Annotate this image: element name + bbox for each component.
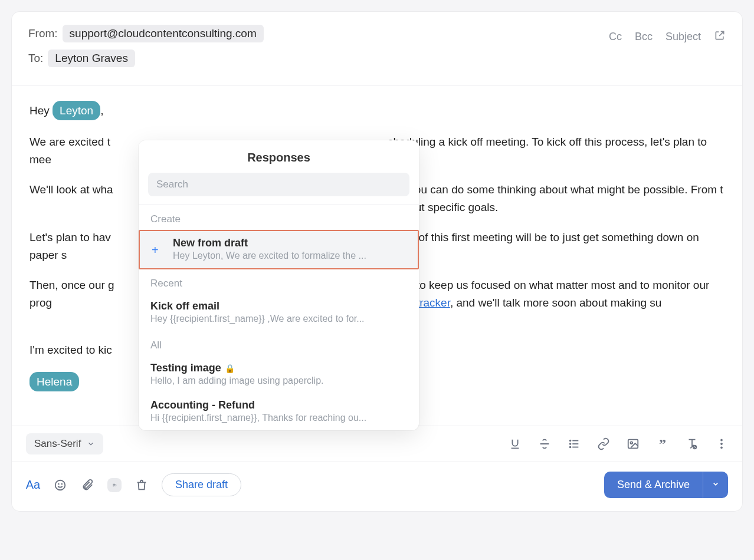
kickoff-title: Kick off email [150,300,407,312]
send-group: Send & Archive [604,472,728,498]
svg-point-12 [721,447,723,449]
share-draft-button[interactable]: Share draft [162,473,241,496]
emoji-icon[interactable] [53,478,67,492]
clear-format-icon[interactable] [686,437,699,450]
lock-icon: 🔒 [225,364,235,373]
image-icon[interactable] [627,437,640,450]
greeting-post: , [100,104,103,117]
chevron-down-icon [87,440,95,448]
popup-title: Responses [139,140,419,173]
p4a: Then, once our g [29,279,114,291]
signature-pill[interactable]: Helena [29,372,79,391]
plus-icon: + [152,243,159,256]
compose-header: From: support@cloudcontentconsulting.com… [12,12,742,85]
section-all: All [139,331,419,356]
send-options-button[interactable] [703,472,728,498]
svg-point-4 [570,443,571,444]
p1a: We are excited t [29,136,110,148]
svg-point-13 [55,480,65,490]
link-icon[interactable] [597,437,610,450]
responses-search-input[interactable] [148,173,409,196]
svg-point-5 [570,447,571,448]
cc-button[interactable]: Cc [609,31,622,43]
font-name: Sans-Serif [34,438,81,450]
section-create: Create [139,205,419,230]
header-meta: Cc Bcc Subject [609,29,726,44]
bottom-bar: Aa Share draft Send & Archive [12,462,742,511]
response-accounting-refund[interactable]: Accounting - Refund Hi {{recipient.first… [139,393,419,430]
subject-button[interactable]: Subject [666,31,701,43]
svg-point-14 [58,483,59,484]
svg-point-11 [721,443,723,445]
to-label: To: [28,52,43,65]
refund-sub: Hi {{recipient.first_name}}, Thanks for … [150,413,407,423]
templates-icon[interactable] [107,478,122,492]
underline-icon[interactable] [509,437,522,450]
to-chip[interactable]: Leyton Graves [48,50,135,67]
svg-point-15 [61,483,62,484]
new-from-draft-title: New from draft [173,237,406,249]
responses-popup: Responses Create + New from draft Hey Le… [139,140,419,430]
font-select[interactable]: Sans-Serif [26,433,103,454]
svg-point-7 [630,442,632,444]
trash-icon[interactable] [135,478,149,492]
p3a: Let's plan to hav [29,231,111,243]
new-from-draft-sub: Hey Leyton, We are excited to formalize … [173,251,406,261]
greeting-pre: Hey [29,104,53,117]
from-label: From: [28,27,58,40]
compose-card: From: support@cloudcontentconsulting.com… [12,12,742,511]
response-new-from-draft[interactable]: + New from draft Hey Leyton, We are exci… [139,230,419,269]
refund-title: Accounting - Refund [150,399,407,411]
bcc-button[interactable]: Bcc [635,31,653,43]
response-testing-image[interactable]: Testing image 🔒 Hello, I am adding image… [139,356,419,393]
p4d: , and we'll talk more soon about making … [450,297,662,309]
attach-icon[interactable] [80,478,94,492]
format-bar: Sans-Serif ” [12,426,742,462]
svg-point-3 [570,440,571,442]
popout-icon[interactable] [714,29,726,44]
send-archive-button[interactable]: Send & Archive [604,472,703,498]
section-recent: Recent [139,269,419,294]
svg-line-9 [694,446,696,449]
kickoff-sub: Hey {{recipient.first_name}} ,We are exc… [150,314,407,324]
p2a: We'll look at wha [29,183,113,196]
chevron-down-icon [712,480,720,488]
strikethrough-icon[interactable] [538,437,551,450]
response-kickoff[interactable]: Kick off email Hey {{recipient.first_nam… [139,294,419,331]
quote-icon[interactable]: ” [656,437,669,450]
testing-sub: Hello, I am adding image using paperclip… [150,375,407,386]
greeting-name-pill[interactable]: Leyton [53,101,100,120]
p2b: hat you can do some thinking about what … [391,183,723,196]
more-format-icon[interactable] [715,437,728,450]
text-format-icon[interactable]: Aa [26,478,40,492]
testing-title: Testing image [150,362,221,374]
from-chip[interactable]: support@cloudcontentconsulting.com [63,25,264,42]
list-icon[interactable] [568,437,581,450]
svg-point-10 [721,439,723,441]
